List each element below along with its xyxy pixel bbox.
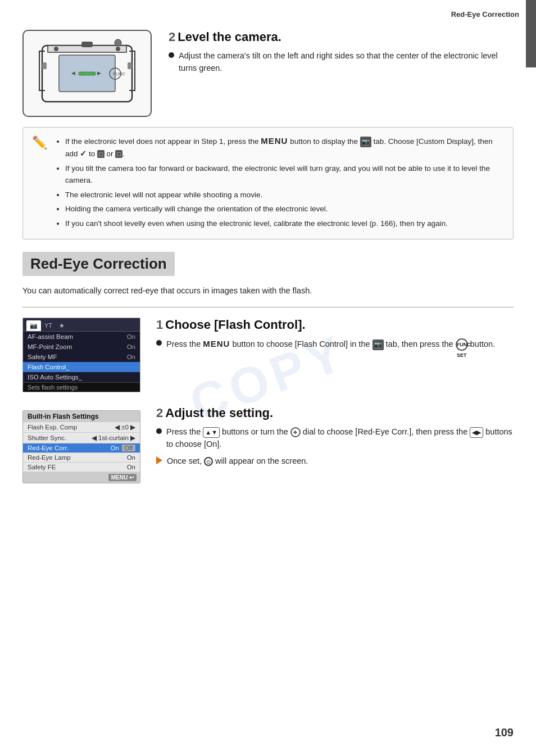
svg-text:▶: ▶	[97, 70, 101, 76]
flash-row-2: Shutter Sync. ◀ 1st-curtain ▶	[23, 433, 140, 443]
menu-footer: Sets flash settings	[23, 382, 140, 392]
step2-screenshot-col: Built-in Flash Settings Flash Exp. Comp …	[22, 406, 140, 483]
step1-title: Choose [Flash Control].	[165, 318, 305, 332]
page-header: Red-Eye Correction	[0, 0, 536, 24]
flash-label-3: Red-Eye Corr.	[28, 445, 69, 451]
step2-number: 2	[169, 30, 175, 44]
camera-svg: ◀ ▶ FUNC	[31, 37, 143, 110]
menu-row-4-selected: Flash Control_	[23, 362, 140, 372]
flash-header: Built-in Flash Settings	[23, 411, 140, 422]
flash-label-1: Flash Exp. Comp	[28, 424, 77, 431]
on-off-buttons: On Off	[108, 445, 135, 451]
menu-row-3: Safety MF On	[23, 352, 140, 362]
target-icon: ⊙	[204, 457, 213, 466]
note-item-1: If the electronic level does not appear …	[65, 134, 504, 160]
flash-value-1: ◀ ±0 ▶	[115, 423, 135, 431]
svg-point-6	[116, 47, 120, 51]
step1-screenshot-col: 📷 YT ★ AF-assist Beam On MF-Point Zoom O…	[22, 318, 140, 392]
svg-rect-7	[81, 42, 93, 47]
svg-point-14	[115, 39, 121, 46]
menu-row-1: AF-assist Beam On	[23, 332, 140, 342]
menu-label-3: Safety MF	[28, 354, 57, 360]
menu-tabs: 📷 YT ★	[23, 318, 140, 332]
step2-adjust-bullet-text2: Once set, ⊙ will appear on the screen.	[167, 455, 308, 468]
step2-bullet-text: Adjust the camera's tilt on the left and…	[179, 50, 514, 75]
step2-title: Level the camera.	[178, 30, 281, 44]
flash-screenshot: Built-in Flash Settings Flash Exp. Comp …	[22, 410, 140, 483]
step2-bullet: Adjust the camera's tilt on the left and…	[169, 50, 514, 75]
menu-label-5: ISO Auto Settings_	[28, 374, 81, 381]
notes-content: If the electronic level does not appear …	[55, 134, 504, 232]
step2-row: Built-in Flash Settings Flash Exp. Comp …	[22, 406, 514, 483]
pencil-icon: ✏️	[32, 135, 47, 150]
flash-value-3: On Off	[108, 445, 135, 451]
section-intro: You can automatically correct red-eye th…	[22, 285, 514, 297]
camera-diagram: ◀ ▶ FUNC	[22, 30, 152, 117]
step1-row: 📷 YT ★ AF-assist Beam On MF-Point Zoom O…	[22, 318, 514, 392]
svg-rect-11	[128, 62, 132, 69]
svg-point-5	[54, 47, 58, 51]
step1-number: 1	[156, 318, 163, 332]
menu-tab-yt: YT	[41, 320, 56, 331]
page-number: 109	[495, 726, 514, 739]
note-item-5: If you can't shoot levelly even when usi…	[65, 218, 504, 230]
flash-label-4: Red-Eye Lamp	[28, 454, 71, 461]
note-item-4: Holding the camera vertically will chang…	[65, 203, 504, 215]
on-button: On	[108, 445, 122, 451]
bullet-icon-1	[156, 340, 162, 346]
step2-adjust-bullet2: Once set, ⊙ will appear on the screen.	[156, 455, 514, 468]
note-item-2: If you tilt the camera too far forward o…	[65, 162, 504, 187]
note-item-3: The electronic level will not appear whi…	[65, 189, 504, 201]
step2-adjust-title: Adjust the setting.	[165, 406, 273, 420]
step1-content: 1 Choose [Flash Control]. Press the MENU…	[156, 318, 514, 351]
menu-label-4: Flash Control_	[28, 364, 69, 370]
menu-tab-star: ★	[56, 320, 68, 331]
flash-row-1: Flash Exp. Comp ◀ ±0 ▶	[23, 422, 140, 433]
camera-tab-icon: 📷	[30, 322, 38, 329]
menu-btn: MENU ↩	[108, 474, 137, 481]
flash-value-5: On	[127, 464, 135, 470]
step2-content: 2 Adjust the setting. Press the ▲▼ butto…	[156, 406, 514, 467]
svg-text:FUNC: FUNC	[113, 71, 125, 76]
step2-top-section: ◀ ▶ FUNC 2 Level the camera.	[22, 30, 514, 117]
menu-label-2: MF-Point Zoom	[28, 343, 72, 350]
off-button: Off	[122, 445, 135, 451]
menu-screenshot: 📷 YT ★ AF-assist Beam On MF-Point Zoom O…	[22, 318, 140, 392]
section-heading: Red-Eye Correction	[22, 252, 175, 276]
menu-val-2: On	[127, 343, 135, 350]
menu-val-3: On	[127, 354, 135, 360]
svg-text:◀: ◀	[71, 70, 75, 76]
leftright-icon: ◀▶	[470, 427, 483, 438]
step2-adjust-number: 2	[156, 406, 163, 420]
step2-adjust-bullet-text1: Press the ▲▼ buttons or turn the ✤ dial …	[166, 426, 514, 451]
bullet-icon	[169, 52, 174, 58]
svg-rect-10	[42, 62, 47, 69]
dial-icon: ✤	[290, 427, 301, 437]
flash-value-2: ◀ 1st-curtain ▶	[92, 434, 135, 442]
step2-adjust-bullet1: Press the ▲▼ buttons or turn the ✤ dial …	[156, 426, 514, 451]
step1-bullet-text: Press the MENU button to choose [Flash C…	[166, 338, 495, 351]
triangle-icon	[156, 456, 162, 464]
updown-icon: ▲▼	[203, 427, 220, 438]
notes-box: ✏️ If the electronic level does not appe…	[22, 127, 514, 239]
menu-row-2: MF-Point Zoom On	[23, 342, 140, 352]
header-title: Red-Eye Correction	[451, 10, 519, 19]
section-divider	[22, 307, 514, 307]
flash-row-5: Safety FE On	[23, 463, 140, 472]
flash-label-2: Shutter Sync.	[28, 434, 66, 441]
flash-row-4: Red-Eye Lamp On	[23, 453, 140, 463]
menu-row-5: ISO Auto Settings_	[23, 372, 140, 382]
red-eye-section: Red-Eye Correction You can automatically…	[22, 252, 514, 308]
menu-label-1: AF-assist Beam	[28, 333, 73, 340]
flash-value-4: On	[127, 454, 135, 461]
notes-list: If the electronic level does not appear …	[55, 134, 504, 230]
flash-footer: MENU ↩	[23, 472, 140, 483]
bullet-icon-2	[156, 428, 162, 434]
flash-row-3-selected: Red-Eye Corr. On Off	[23, 443, 140, 453]
step2-heading: 2 Level the camera. Adjust the camera's …	[169, 30, 514, 75]
flash-label-5: Safety FE	[28, 464, 56, 470]
svg-point-4	[85, 72, 89, 75]
menu-tab-camera: 📷	[26, 320, 41, 331]
menu-val-1: On	[127, 333, 135, 340]
step1-bullet1: Press the MENU button to choose [Flash C…	[156, 338, 514, 351]
